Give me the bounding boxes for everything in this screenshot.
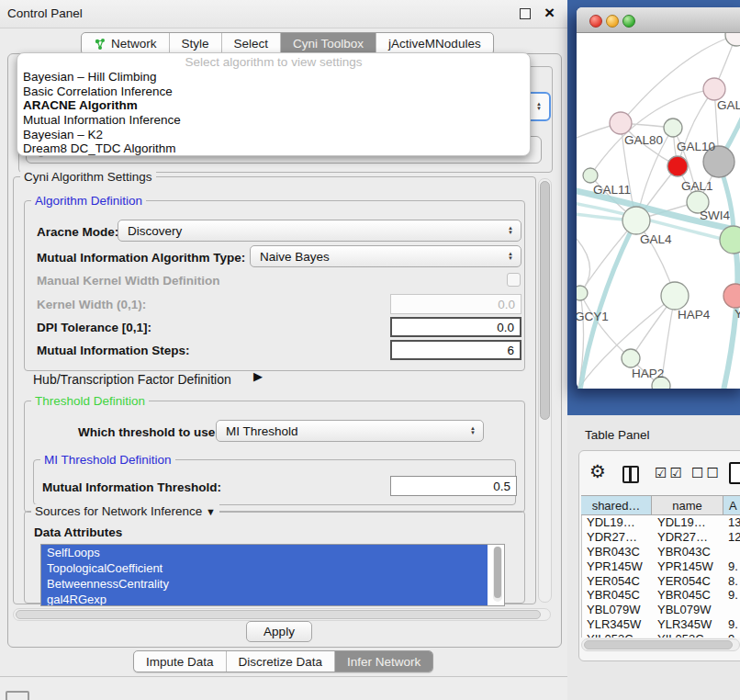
table-row[interactable]: YDL19…YDL19…13 bbox=[582, 515, 740, 530]
node[interactable] bbox=[725, 33, 740, 46]
attribute-item-selected[interactable]: BetweennessCentrality bbox=[41, 576, 488, 592]
kernel-width-field[interactable]: 0.0 bbox=[390, 294, 521, 314]
svg-text:HAP2: HAP2 bbox=[632, 367, 664, 380]
node-hap2[interactable] bbox=[622, 349, 640, 367]
table-hscrollbar-thumb[interactable] bbox=[584, 640, 733, 649]
table-row[interactable]: YER054CYER054C8. bbox=[582, 573, 740, 588]
gear-icon[interactable]: ⚙ bbox=[589, 462, 606, 480]
table-row[interactable]: YBL079WYBL079W bbox=[582, 603, 740, 617]
algorithm-definition-title: Algorithm Definition bbox=[31, 194, 146, 208]
bottom-tabbar: Impute Data Discretize Data Infer Networ… bbox=[133, 650, 433, 672]
dpi-tolerance-field[interactable]: 0.0 bbox=[390, 317, 521, 337]
attribute-item-selected[interactable]: TopologicalCoefficient bbox=[41, 560, 488, 576]
column-header-name[interactable]: name bbox=[652, 496, 723, 514]
aracne-mode-combo[interactable]: Discovery ▲▼ bbox=[118, 220, 521, 242]
column-header-shared-name[interactable]: shared… bbox=[581, 496, 652, 514]
table-row[interactable]: YDR27…YDR27…12 bbox=[582, 530, 740, 545]
algorithm-option[interactable]: Dream8 DC_TDC Algorithm bbox=[17, 141, 530, 156]
algorithm-option[interactable]: Basic Correlation Inference bbox=[17, 85, 530, 99]
mi-type-value: Naive Bayes bbox=[260, 250, 330, 264]
table-row[interactable]: YLR345WYLR345W9. bbox=[582, 617, 740, 632]
column-header-clipped[interactable]: A bbox=[723, 496, 740, 514]
mi-threshold-label: Mutual Information Threshold: bbox=[42, 480, 221, 494]
svg-text:GAL4: GAL4 bbox=[640, 232, 672, 246]
svg-text:GAL: GAL bbox=[717, 98, 740, 112]
tab-infer-network[interactable]: Infer Network bbox=[334, 651, 432, 672]
node-gal[interactable] bbox=[703, 78, 725, 100]
which-threshold-label: Which threshold to use: bbox=[78, 425, 219, 439]
threshold-group-title: Threshold Definition bbox=[31, 394, 149, 408]
which-threshold-combo[interactable]: MI Threshold ▲▼ bbox=[216, 420, 484, 442]
kernel-width-label: Kernel Width (0,1): bbox=[37, 298, 146, 311]
partial-button-fragment[interactable] bbox=[6, 691, 29, 700]
svg-text:SWI4: SWI4 bbox=[700, 209, 730, 222]
manual-kernel-checkbox[interactable] bbox=[507, 273, 521, 287]
node-y[interactable] bbox=[723, 284, 740, 308]
node-gcy1[interactable] bbox=[577, 286, 588, 300]
attribute-item-selected[interactable]: gal4RGexp bbox=[41, 592, 488, 606]
collapse-arrow-icon[interactable]: ▼ bbox=[206, 506, 216, 517]
tab-network[interactable]: Network bbox=[82, 33, 169, 54]
stepper-arrows-icon: ▲▼ bbox=[505, 247, 516, 265]
select-none-icon[interactable]: ☐☐ bbox=[691, 466, 722, 480]
settings-vscrollbar[interactable] bbox=[538, 178, 552, 603]
node-gal10[interactable] bbox=[664, 119, 682, 137]
svg-text:GAL11: GAL11 bbox=[593, 183, 631, 197]
close-icon[interactable]: × bbox=[544, 3, 555, 23]
stepper-arrows-icon: ▲▼ bbox=[467, 422, 478, 440]
svg-text:GAL80: GAL80 bbox=[624, 133, 663, 147]
mi-type-combo[interactable]: Naive Bayes ▲▼ bbox=[250, 245, 521, 267]
algorithm-option[interactable]: Mutual Information Inference bbox=[17, 113, 530, 128]
node-selected-red[interactable] bbox=[667, 156, 688, 176]
export-table-icon[interactable] bbox=[729, 462, 740, 484]
apply-button[interactable]: Apply bbox=[246, 621, 312, 642]
dropdown-placeholder: Select algorithm to view settings bbox=[17, 55, 530, 70]
network-icon bbox=[94, 38, 107, 51]
tab-select[interactable]: Select bbox=[221, 33, 281, 54]
svg-text:HAP4: HAP4 bbox=[678, 308, 711, 322]
settings-hscrollbar[interactable] bbox=[13, 608, 551, 621]
node-gal11[interactable] bbox=[583, 168, 598, 183]
attribute-list-scrollbar[interactable] bbox=[493, 547, 502, 602]
float-icon[interactable] bbox=[520, 8, 531, 19]
stepper-arrows-icon: ▲▼ bbox=[505, 221, 516, 240]
tab-cyni-toolbox[interactable]: Cyni Toolbox bbox=[280, 33, 376, 54]
control-panel-window: Control Panel × Network Style Select Cyn… bbox=[0, 0, 569, 677]
node-gal4[interactable] bbox=[622, 207, 650, 234]
mi-threshold-field[interactable]: 0.5 bbox=[390, 476, 517, 496]
table-hscrollbar[interactable] bbox=[581, 638, 740, 651]
vscrollbar-thumb[interactable] bbox=[540, 181, 550, 420]
table-row[interactable]: YPR145WYPR145W9. bbox=[582, 559, 740, 573]
tab-discretize-data[interactable]: Discretize Data bbox=[226, 651, 335, 672]
select-all-icon[interactable]: ☑☑ bbox=[655, 466, 685, 480]
svg-text:Y: Y bbox=[734, 307, 740, 321]
close-traffic-light[interactable] bbox=[589, 15, 602, 28]
table-row[interactable]: YBR043CYBR043C bbox=[582, 545, 740, 559]
tab-jactivemnodules[interactable]: jActiveMNodules bbox=[376, 33, 493, 54]
mi-steps-field[interactable]: 6 bbox=[390, 340, 521, 360]
minimize-traffic-light[interactable] bbox=[606, 15, 619, 28]
node-hap4[interactable] bbox=[661, 282, 689, 310]
table-row[interactable]: YIL053CYIL053C9 bbox=[582, 631, 740, 638]
mi-steps-label: Mutual Information Steps: bbox=[37, 344, 190, 357]
algorithm-option-selected[interactable]: ARACNE Algorithm bbox=[17, 98, 530, 113]
stepper-arrows-icon: ▲▼ bbox=[533, 95, 544, 119]
network-canvas[interactable]: GAL GAL80 GAL10 GAL1 GAL11 SWI4 GAL4 GCY… bbox=[577, 33, 740, 389]
tab-impute-data[interactable]: Impute Data bbox=[134, 651, 226, 672]
panel-title: Control Panel bbox=[7, 6, 83, 20]
algorithm-option[interactable]: Bayesian – K2 bbox=[17, 128, 530, 142]
hub-section-label[interactable]: Hub/Transcription Factor Definition bbox=[33, 372, 231, 387]
table-body: YDL19…YDL19…13 YDR27…YDR27…12 YBR043CYBR… bbox=[581, 515, 740, 638]
network-window-titlebar[interactable] bbox=[577, 7, 740, 33]
attribute-item-selected[interactable]: SelfLoops bbox=[41, 545, 488, 560]
node-gal80[interactable] bbox=[610, 112, 632, 134]
hscrollbar-thumb[interactable] bbox=[16, 610, 541, 619]
expander-arrow-icon[interactable]: ▶ bbox=[253, 369, 263, 383]
zoom-traffic-light[interactable] bbox=[622, 15, 635, 28]
table-panel-title: Table Panel bbox=[585, 428, 650, 442]
tab-label: Network bbox=[111, 37, 157, 51]
columns-icon[interactable] bbox=[622, 466, 639, 483]
tab-style[interactable]: Style bbox=[169, 33, 221, 54]
algorithm-option[interactable]: Bayesian – Hill Climbing bbox=[17, 70, 530, 85]
table-row[interactable]: YBR045CYBR045C9. bbox=[582, 588, 740, 603]
